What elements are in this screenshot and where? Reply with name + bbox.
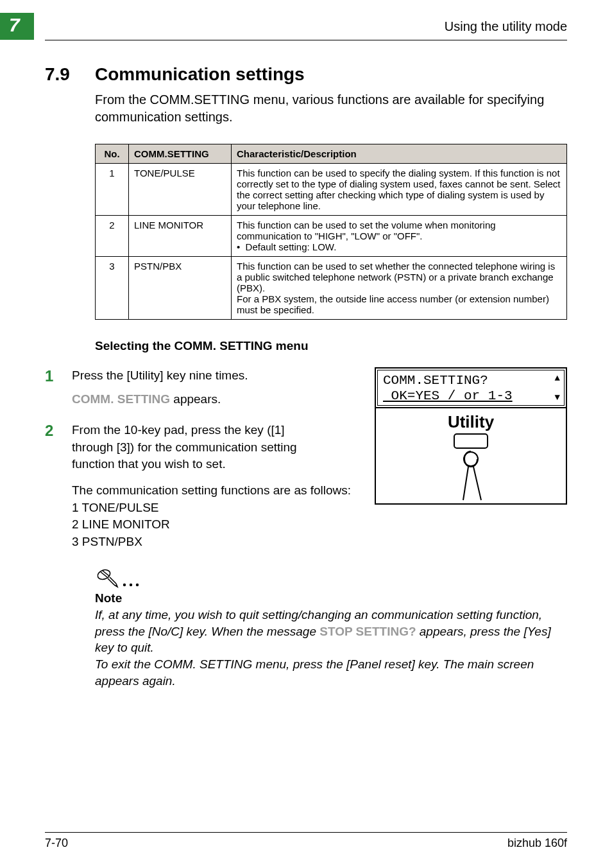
chapter-tab: 7 <box>0 13 34 40</box>
step-para: From the 10-key pad, press the key ([1] … <box>72 422 316 473</box>
utility-key-icon <box>454 433 488 449</box>
cell-setting: PSTN/PBX <box>129 257 232 320</box>
step-line-tail: appears. <box>170 392 221 406</box>
svg-line-5 <box>110 577 116 584</box>
th-no: No. <box>96 144 129 164</box>
step-text: From the 10-key pad, press the key ([1] … <box>72 422 351 550</box>
note-block: Note If, at any time, you wish to quit s… <box>95 567 567 689</box>
note-heading: Note <box>95 590 567 607</box>
footer-rule <box>45 832 567 833</box>
lcd-outer: COMM.SETTING? OK=YES / or 1-3 ▲ ▼ <box>375 367 567 408</box>
table-row: 3 PSTN/PBX This function can be used to … <box>96 257 567 320</box>
cell-desc: This function can be used to specify the… <box>232 164 567 216</box>
cell-setting: LINE MONITOR <box>129 216 232 257</box>
cell-no: 1 <box>96 164 129 216</box>
footer-product: bizhub 160f <box>507 837 567 850</box>
svg-point-7 <box>130 584 132 586</box>
svg-point-8 <box>136 584 139 586</box>
page-footer: 7-70 bizhub 160f <box>45 832 567 850</box>
table-row: 1 TONE/PULSE This function can be used t… <box>96 164 567 216</box>
note-body-2: To exit the COMM. SETTING menu, press th… <box>95 656 567 689</box>
note-icon <box>95 567 140 589</box>
cell-no: 3 <box>96 257 129 320</box>
lcd-line1: COMM.SETTING? <box>383 373 559 388</box>
th-desc: Characteristic/Description <box>232 144 567 164</box>
utility-label: Utility <box>448 412 494 432</box>
cell-no: 2 <box>96 216 129 257</box>
step-list-item: 1 TONE/PULSE <box>72 499 351 517</box>
steps-wrapper: COMM.SETTING? OK=YES / or 1-3 ▲ ▼ Utilit… <box>45 367 567 550</box>
footer-page-number: 7-70 <box>45 837 68 850</box>
section-intro: From the COMM.SETTING menu, various func… <box>95 91 567 126</box>
svg-line-3 <box>103 571 109 576</box>
cell-desc: This function can be used to set the vol… <box>232 216 567 257</box>
table-row: 2 LINE MONITOR This function can be used… <box>96 216 567 257</box>
finger-press-icon <box>452 450 490 501</box>
lcd-line2: OK=YES / or 1-3 <box>383 388 559 404</box>
note-grey: STOP SETTING? <box>319 625 416 638</box>
step-line: Press the [Utility] key nine times. <box>72 367 316 385</box>
step-list-item: 3 PSTN/PBX <box>72 534 351 551</box>
utility-box: Utility <box>375 408 567 505</box>
step-number: 1 <box>45 367 72 408</box>
svg-line-4 <box>108 578 114 585</box>
section-number: 7.9 <box>45 64 95 85</box>
table-header-row: No. COMM.SETTING Characteristic/Descript… <box>96 144 567 164</box>
down-arrow-icon: ▼ <box>555 392 560 403</box>
note-body: If, at any time, you wish to quit settin… <box>95 607 567 656</box>
svg-point-6 <box>123 584 126 586</box>
cell-desc-line: This function can be used to set the vol… <box>237 220 496 241</box>
page-content: 7.9 Communication settings From the COMM… <box>45 64 567 689</box>
step-number: 2 <box>45 422 72 550</box>
section-title: Communication settings <box>95 64 305 85</box>
footer-row: 7-70 bizhub 160f <box>45 837 567 850</box>
svg-line-2 <box>101 572 107 577</box>
header-title: Using the utility mode <box>445 19 567 34</box>
subheading: Selecting the COMM. SETTING menu <box>95 339 567 353</box>
cell-desc: This function can be used to set whether… <box>232 257 567 320</box>
step-line: COMM. SETTING appears. <box>72 391 316 408</box>
step-list-item: 2 LINE MONITOR <box>72 516 351 534</box>
section-heading: 7.9 Communication settings <box>45 64 567 85</box>
settings-table: No. COMM.SETTING Characteristic/Descript… <box>95 144 567 320</box>
cell-desc-bullet: Default setting: LOW. <box>246 241 337 252</box>
header-rule <box>45 40 567 40</box>
cell-setting: TONE/PULSE <box>129 164 232 216</box>
up-arrow-icon: ▲ <box>555 373 560 383</box>
grey-label: COMM. SETTING <box>72 392 170 406</box>
step-para: The communication setting functions are … <box>72 482 351 499</box>
display-panel: COMM.SETTING? OK=YES / or 1-3 ▲ ▼ Utilit… <box>375 367 567 505</box>
step-text: Press the [Utility] key nine times. COMM… <box>72 367 316 408</box>
note-icon-row <box>95 567 567 589</box>
lcd-screen: COMM.SETTING? OK=YES / or 1-3 ▲ ▼ <box>377 370 565 406</box>
th-setting: COMM.SETTING <box>129 144 232 164</box>
